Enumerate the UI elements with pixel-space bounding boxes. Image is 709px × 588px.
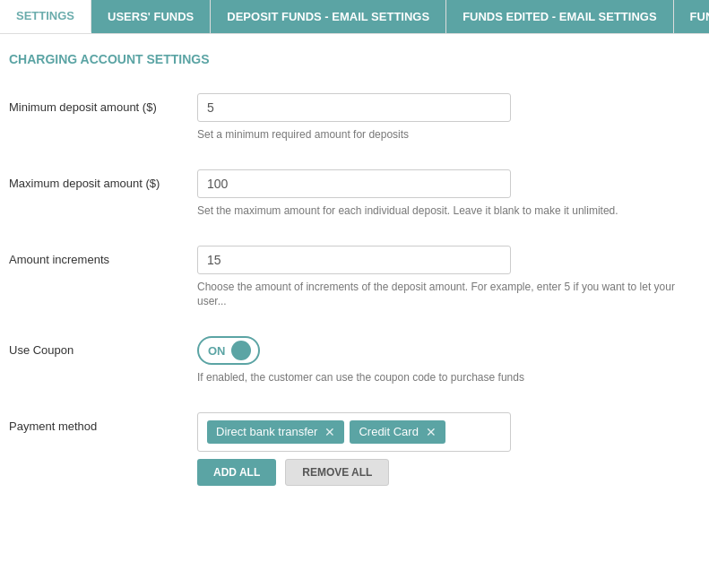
payment-method-field: Direct bank transfer ✕ Credit Card ✕ ADD… [197, 412, 691, 486]
amount-increments-label: Amount increments [9, 246, 197, 266]
payment-tags-container: Direct bank transfer ✕ Credit Card ✕ [197, 412, 511, 452]
tab-settings[interactable]: SETTINGS [0, 0, 91, 33]
section-title: CHARGING ACCOUNT SETTINGS [9, 52, 691, 66]
min-deposit-row: Minimum deposit amount ($) Set a minimum… [9, 93, 691, 143]
payment-tag-direct-bank-remove[interactable]: ✕ [324, 426, 335, 438]
min-deposit-label: Minimum deposit amount ($) [9, 93, 197, 114]
use-coupon-label: Use Coupon [9, 336, 197, 357]
payment-btn-row: ADD ALL REMOVE ALL [197, 459, 691, 486]
toggle-knob [231, 341, 251, 360]
payment-method-row: Payment method Direct bank transfer ✕ Cr… [9, 412, 691, 486]
payment-tag-direct-bank: Direct bank transfer ✕ [207, 420, 344, 444]
max-deposit-hint: Set the maximum amount for each individu… [197, 203, 691, 219]
min-deposit-field: Set a minimum required amount for deposi… [197, 93, 691, 143]
max-deposit-field: Set the maximum amount for each individu… [197, 169, 691, 219]
toggle-on-label: ON [208, 344, 226, 358]
amount-increments-input[interactable] [197, 246, 511, 274]
amount-increments-hint: Choose the amount of increments of the d… [197, 280, 691, 310]
tab-deposit-email[interactable]: DEPOSIT FUNDS - EMAIL SETTINGS [211, 0, 446, 33]
min-deposit-hint: Set a minimum required amount for deposi… [197, 127, 691, 143]
amount-increments-row: Amount increments Choose the amount of i… [9, 246, 691, 310]
use-coupon-hint: If enabled, the customer can use the cou… [197, 370, 691, 385]
remove-all-button[interactable]: REMOVE ALL [285, 459, 389, 486]
amount-increments-field: Choose the amount of increments of the d… [197, 246, 691, 310]
min-deposit-input[interactable] [197, 93, 511, 122]
use-coupon-row: Use Coupon ON If enabled, the customer c… [9, 336, 691, 385]
payment-tag-credit-card-remove[interactable]: ✕ [426, 426, 437, 438]
use-coupon-field: ON If enabled, the customer can use the … [197, 336, 691, 385]
max-deposit-label: Maximum deposit amount ($) [9, 169, 197, 190]
tab-users-funds[interactable]: USERS' FUNDS [91, 0, 211, 33]
max-deposit-input[interactable] [197, 169, 511, 198]
max-deposit-row: Maximum deposit amount ($) Set the maxim… [9, 169, 691, 219]
page-content: CHARGING ACCOUNT SETTINGS Minimum deposi… [0, 34, 709, 531]
payment-method-label: Payment method [9, 412, 197, 433]
add-all-button[interactable]: ADD ALL [197, 459, 276, 486]
tab-funds-edited-email[interactable]: FUNDS EDITED - EMAIL SETTINGS [446, 0, 673, 33]
payment-tag-credit-card: Credit Card ✕ [350, 420, 445, 444]
tab-funds-end[interactable]: FUNDS END [674, 0, 709, 33]
payment-tag-direct-bank-label: Direct bank transfer [216, 425, 317, 438]
coupon-toggle[interactable]: ON [197, 336, 260, 365]
payment-tag-credit-card-label: Credit Card [359, 425, 418, 438]
tab-bar: SETTINGS USERS' FUNDS DEPOSIT FUNDS - EM… [0, 0, 709, 34]
